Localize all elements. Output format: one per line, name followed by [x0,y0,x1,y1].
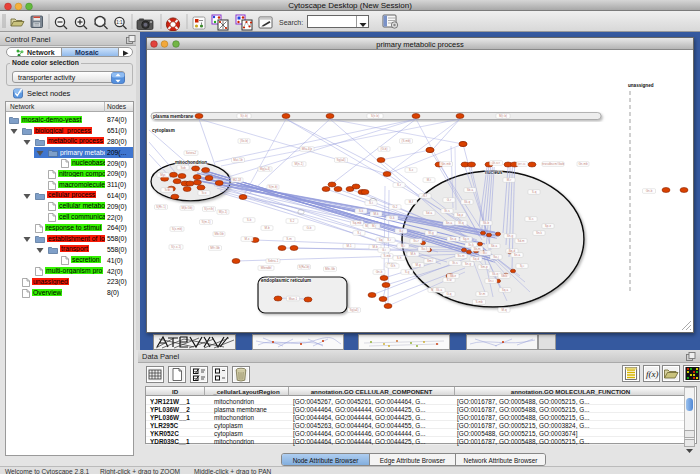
svg-text:S(Rr-1): S(Rr-1) [156,205,166,209]
svg-text:Sk-q: Sk-q [464,200,471,204]
svg-text:M-j: M-j [372,224,376,228]
svg-text:Sn-c: Sn-c [488,279,495,283]
svg-text:G-i: G-i [382,248,386,252]
svg-text:S-mb: S-mb [383,254,390,258]
svg-text:Mfa-4(p: Mfa-4(p [302,147,313,151]
svg-text:S-q: S-q [532,190,537,194]
svg-text:Mfr-Gb: Mfr-Gb [210,246,220,250]
svg-text:M(r-b): M(r-b) [499,114,507,118]
svg-text:Sm-l: Sm-l [427,259,433,263]
svg-text:S(m-1): S(m-1) [201,220,210,224]
svg-text:Mae-1: Mae-1 [289,297,298,301]
svg-text:Sh-g: Sh-g [507,234,514,238]
svg-text:ter-sc: ter-sc [518,162,526,166]
svg-text:Sf-q: Sf-q [458,221,464,225]
svg-text:St-s: St-s [452,261,458,265]
svg-text:S-mb: S-mb [475,300,482,304]
svg-text:Sk-b: Sk-b [483,221,490,225]
svg-text:Myc: Myc [160,173,166,177]
svg-text:M-b: M-b [372,245,377,249]
svg-text:unassigned: unassigned [628,83,654,88]
svg-text:Mat-1b: Mat-1b [233,158,243,162]
svg-text:mitochondrion: mitochondrion [175,160,207,165]
svg-text:M-r: M-r [507,178,512,182]
svg-text:Ss-r: Ss-r [413,239,419,243]
svg-text:Sebra-1: Sebra-1 [268,259,279,263]
svg-text:S-w: S-w [446,278,452,282]
svg-text:1:1: 1:1 [116,20,123,25]
svg-text:Sd-m: Sd-m [517,239,525,243]
svg-text:So-j: So-j [493,255,499,259]
svg-text:M-t: M-t [427,178,431,182]
svg-text:Sq-p: Sq-p [457,213,464,217]
svg-text:Sk-a: Sk-a [436,288,443,292]
svg-text:Gn-b: Gn-b [376,270,383,274]
svg-text:Sp-e: Sp-e [545,224,552,228]
svg-text:Search:: Search: [279,19,303,26]
svg-text:Mb-Gb: Mb-Gb [214,232,224,236]
svg-text:St-s: St-s [444,209,450,213]
svg-text:S-g: S-g [405,270,410,274]
svg-text:S-m: S-m [286,237,292,241]
svg-text:S(Ra1b): S(Ra1b) [298,265,309,269]
svg-text:(G-b): (G-b) [381,147,388,151]
svg-text:M-q: M-q [501,308,506,312]
svg-text:S-2: S-2 [290,219,295,223]
svg-text:Sq-mb: Sq-mb [353,221,362,225]
svg-text:S(r-b): S(r-b) [240,114,248,118]
svg-text:Mg(a-4): Mg(a-4) [260,167,271,171]
svg-text:cytoplasm: cytoplasm [152,128,175,133]
svg-text:S(x-mb): S(x-mb) [172,227,183,231]
svg-text:Sl-s: Sl-s [528,217,534,221]
svg-text:M-x: M-x [245,237,250,241]
svg-text:S-t: S-t [369,201,373,205]
svg-text:S-j: S-j [357,231,361,235]
svg-text:S(r-x-1): S(r-x-1) [171,245,181,249]
svg-text:ttrwsdbscm/Gwb: ttrwsdbscm/Gwb [542,162,565,166]
svg-text:G-q: G-q [446,292,451,296]
svg-text:plasma membrane: plasma membrane [153,114,194,119]
svg-text:G-k: G-k [390,216,395,220]
svg-text:Sn-a: Sn-a [446,221,453,225]
svg-text:Sd-a: Sd-a [426,211,433,215]
svg-text:M2-18: M2-18 [233,178,242,182]
svg-text:Sk-e: Sk-e [492,272,499,276]
svg-text:Sg-n: Sg-n [463,237,470,241]
svg-text:Gn-b: Gn-b [646,189,653,193]
svg-text:Sn-k: Sn-k [536,231,543,235]
svg-text:G-j: G-j [399,229,403,233]
svg-text:Sb-a: Sb-a [491,244,498,248]
svg-text:Mfe-Gb: Mfe-Gb [325,267,335,271]
svg-text:M-1: M-1 [346,244,351,248]
svg-text:S(crt/b): S(crt/b) [204,207,214,211]
svg-text:S-r: S-r [397,183,401,187]
svg-text:S-k: S-k [359,209,364,213]
svg-text:Sr-m: Sr-m [479,292,486,296]
svg-text:Sb-k: Sb-k [501,274,508,278]
svg-text:Sn-a: Sn-a [514,253,521,257]
svg-text:S-h: S-h [397,256,402,260]
svg-text:G-b: G-b [306,226,311,230]
svg-text:endoplasmic reticulum: endoplasmic reticulum [261,278,311,283]
svg-text:S-x: S-x [409,168,414,172]
svg-text:Scb: Scb [164,188,170,192]
svg-text:Mfendbl: Mfendbl [261,266,272,270]
svg-text:Sn-q: Sn-q [450,237,457,241]
svg-text:Sg(a4): Sg(a4) [336,158,345,162]
svg-text:Sxtera2: Sxtera2 [186,151,197,155]
svg-text:Sq-a: Sq-a [502,288,509,292]
svg-text:M-b: M-b [264,226,269,230]
svg-text:M(b-Gb): M(b-Gb) [181,206,192,210]
svg-text:S-b: S-b [247,218,252,222]
svg-text:Sf-g: Sf-g [428,231,434,235]
svg-text:Scx: Scx [201,191,207,195]
svg-text:(Sx-b): (Sx-b) [240,139,248,143]
svg-text:Sg(a4): Sg(a4) [349,308,358,312]
svg-text:Sm-p: Sm-p [480,265,487,269]
svg-text:Sj-i: Sj-i [520,264,525,268]
svg-text:M(x-1): M(x-1) [219,210,228,214]
svg-text:M-i: M-i [401,244,405,248]
svg-text:Gt-scr: Gt-scr [492,161,500,165]
svg-text:S-i: S-i [387,238,391,242]
svg-text:M-k: M-k [374,212,379,216]
